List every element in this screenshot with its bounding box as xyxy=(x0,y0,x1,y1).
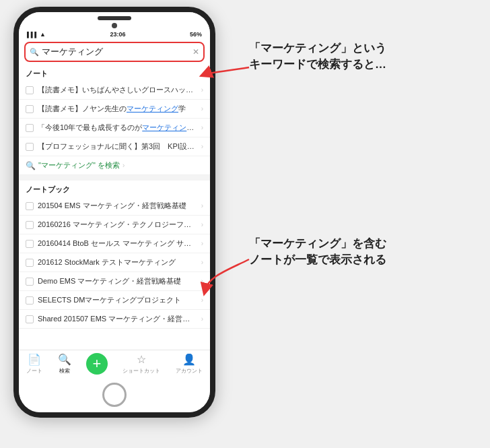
item-text: 20160216 マーケティング・テクノロジーフ… xyxy=(38,220,199,230)
search-bar-container: 🔍 マーケティング ✕ xyxy=(19,39,210,65)
item-checkbox xyxy=(26,278,34,286)
search-action-icon: 🔍 xyxy=(26,161,36,170)
item-text: 201504 EMS マーケティング・経営戦略基礎 xyxy=(38,201,199,211)
list-item[interactable]: Shared 201507 EMS マーケティング・経営… › xyxy=(19,310,210,329)
scene: ▌▌▌ ▲ 23:06 56% 🔍 マーケティング ✕ ノート 【読書メモ】いち xyxy=(0,0,490,448)
list-item[interactable]: 20160216 マーケティング・テクノロジーフ… › xyxy=(19,216,210,234)
chevron-icon: › xyxy=(201,143,203,150)
list-item[interactable]: 【プロフェッショナルに聞く】第3回 KPI設定… › xyxy=(19,137,210,156)
nav-label-shortcut: ショートカット xyxy=(123,367,160,375)
item-checkbox xyxy=(26,105,34,113)
item-checkbox xyxy=(26,143,34,151)
item-checkbox xyxy=(26,124,34,132)
search-action-text: "マーケティング" を検索 xyxy=(38,160,120,170)
chevron-icon: › xyxy=(201,105,203,113)
item-text: Shared 201507 EMS マーケティング・経営… xyxy=(38,314,199,324)
nav-item-shortcut[interactable]: ☆ ショートカット xyxy=(123,353,160,375)
add-icon: + xyxy=(93,356,102,371)
notes-nav-icon: 📄 xyxy=(28,353,41,366)
signal-icon: ▌▌▌ xyxy=(27,32,38,38)
list-item[interactable]: 【読書メモ】いちばんやさしいグロースハック… › xyxy=(19,81,210,100)
item-checkbox xyxy=(26,296,34,305)
chevron-icon: › xyxy=(201,240,203,247)
nav-label-account: アカウント xyxy=(176,367,203,375)
status-time: 23:06 xyxy=(110,31,125,38)
status-left: ▌▌▌ ▲ xyxy=(27,31,46,38)
annotation-bottom: 「マーケティング」を含む ノートが一覧で表示される xyxy=(249,236,458,268)
list-item[interactable]: Demo EMS マーケティング・経営戦略基礎 › xyxy=(19,272,210,291)
item-checkbox xyxy=(26,202,34,210)
item-text: SELECTS DMマーケティングプロジェクト xyxy=(38,295,199,305)
clear-icon[interactable]: ✕ xyxy=(193,47,199,57)
chevron-icon: › xyxy=(201,315,203,323)
item-checkbox xyxy=(26,315,34,323)
item-checkbox xyxy=(26,259,34,267)
list-item[interactable]: 「今後10年で最も成長するのがマーケティング… › xyxy=(19,119,210,137)
chevron-icon: › xyxy=(201,202,203,210)
item-text: 【読書メモ】いちばんやさしいグロースハック… xyxy=(38,85,199,95)
nav-item-notes[interactable]: 📄 ノート xyxy=(26,353,42,375)
list-item[interactable]: 201612 StockMark テストマーケティング › xyxy=(19,253,210,272)
wifi-icon: ▲ xyxy=(40,31,46,38)
chevron-icon: › xyxy=(201,86,203,94)
item-text: 【プロフェッショナルに聞く】第3回 KPI設定… xyxy=(38,141,199,152)
phone-device: ▌▌▌ ▲ 23:06 56% 🔍 マーケティング ✕ ノート 【読書メモ】いち xyxy=(13,7,215,418)
status-bar: ▌▌▌ ▲ 23:06 56% xyxy=(19,30,210,39)
camera xyxy=(112,23,117,28)
add-button[interactable]: + xyxy=(86,353,108,375)
nav-item-search[interactable]: 🔍 検索 xyxy=(58,353,71,375)
search-input[interactable]: マーケティング xyxy=(42,46,193,58)
bottom-nav: 📄 ノート 🔍 検索 + ☆ ショートカット 👤 アカウント xyxy=(19,350,210,379)
item-text: 【読書メモ】ノヤン先生のマーケティング学 xyxy=(38,104,199,114)
chevron-icon: › xyxy=(201,278,203,285)
chevron-icon: › xyxy=(201,259,203,266)
item-checkbox xyxy=(26,240,34,248)
item-text: 201612 StockMark テストマーケティング xyxy=(38,257,199,267)
item-checkbox xyxy=(26,86,34,94)
annotation-top: 「マーケティング」という キーワードで検索すると… xyxy=(249,40,458,73)
home-button[interactable] xyxy=(102,383,127,407)
account-nav-icon: 👤 xyxy=(182,353,196,366)
chevron-icon: › xyxy=(201,124,203,131)
chevron-icon: › xyxy=(201,221,203,228)
list-item[interactable]: 【読書メモ】ノヤン先生のマーケティング学 › xyxy=(19,100,210,119)
chevron-icon: › xyxy=(201,296,203,304)
home-button-area xyxy=(19,379,210,412)
phone-top-hardware xyxy=(19,12,210,30)
battery-text: 56% xyxy=(190,31,202,38)
nav-label-notes: ノート xyxy=(26,367,42,375)
item-text: 「今後10年で最も成長するのがマーケティング… xyxy=(38,123,199,133)
item-checkbox xyxy=(26,221,34,229)
speaker xyxy=(98,16,131,20)
item-text: 20160414 BtoB セールス マーケティング サ… xyxy=(38,238,199,249)
section-divider xyxy=(19,175,210,181)
chevron-icon: › xyxy=(123,162,125,169)
list-item[interactable]: 201504 EMS マーケティング・経営戦略基礎 › xyxy=(19,197,210,216)
search-nav-icon: 🔍 xyxy=(58,353,71,366)
shortcut-nav-icon: ☆ xyxy=(137,353,146,366)
notebooks-section-header: ノートブック xyxy=(19,181,210,197)
list-item[interactable]: 20160414 BtoB セールス マーケティング サ… › xyxy=(19,234,210,253)
list-item[interactable]: SELECTS DMマーケティングプロジェクト › xyxy=(19,291,210,310)
search-bar[interactable]: 🔍 マーケティング ✕ xyxy=(24,42,205,62)
phone-content[interactable]: ノート 【読書メモ】いちばんやさしいグロースハック… › 【読書メモ】ノヤン先生… xyxy=(19,65,210,350)
nav-item-account[interactable]: 👤 アカウント xyxy=(176,353,203,375)
item-text: Demo EMS マーケティング・経営戦略基礎 xyxy=(38,276,199,286)
status-right: 56% xyxy=(190,31,202,38)
search-icon: 🔍 xyxy=(30,48,39,57)
notes-section-header: ノート xyxy=(19,65,210,81)
search-action-item[interactable]: 🔍 "マーケティング" を検索 › xyxy=(19,156,210,175)
nav-label-search: 検索 xyxy=(59,367,70,375)
